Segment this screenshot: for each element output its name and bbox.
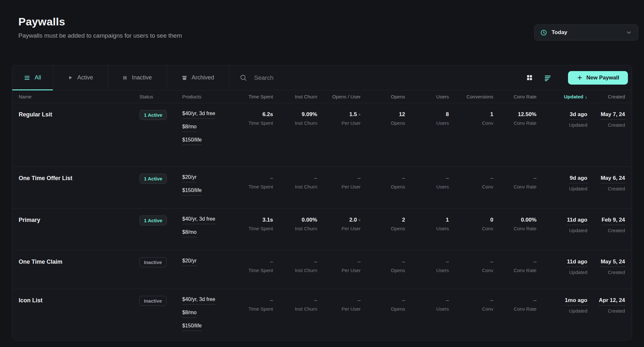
col-header-name[interactable]: Name bbox=[12, 94, 139, 99]
tab-active[interactable]: Active bbox=[53, 65, 108, 90]
col-header-products[interactable]: Products bbox=[182, 94, 240, 99]
col-header-users[interactable]: Users bbox=[405, 94, 449, 99]
col-header-updated[interactable]: Updated↓ bbox=[536, 94, 587, 99]
paywall-name[interactable]: One Time Claim bbox=[12, 259, 139, 284]
page-header: Paywalls Paywalls must be added to campa… bbox=[0, 0, 644, 65]
metric-users: –Users bbox=[405, 259, 449, 284]
col-header-opens[interactable]: Opens bbox=[361, 94, 405, 99]
status-badge: 1 Active bbox=[139, 215, 167, 225]
product-link[interactable]: $8/mo bbox=[182, 124, 196, 132]
created-value[interactable]: Apr 12, 24 bbox=[599, 297, 625, 306]
updated-value[interactable]: 1mo ago bbox=[565, 297, 587, 306]
tab-all[interactable]: All bbox=[12, 65, 53, 90]
list-lines-icon bbox=[24, 75, 30, 81]
products-cell: $40/yr, 3d free $8/mo bbox=[182, 216, 240, 245]
table-row[interactable]: One Time Offer List 1 Active $20/yr $150… bbox=[12, 167, 632, 209]
col-header-inst-churn[interactable]: Inst Churn bbox=[273, 94, 317, 99]
metric-time-spent: 3.1sTime Spent bbox=[240, 217, 273, 245]
tab-inactive[interactable]: Inactive bbox=[108, 65, 167, 90]
archive-icon bbox=[182, 75, 187, 81]
metric-per-user: 2.0×Per User bbox=[317, 217, 361, 245]
status-badge: Inactive bbox=[139, 257, 166, 267]
metric-inst-churn: 0.00%Inst Churn bbox=[273, 217, 317, 245]
table-row[interactable]: Primary 1 Active $40/yr, 3d free $8/mo 3… bbox=[12, 209, 632, 251]
paywall-name[interactable]: One Time Offer List bbox=[12, 175, 139, 203]
created-value[interactable]: May 7, 24 bbox=[601, 111, 625, 120]
paywall-name[interactable]: Icon List bbox=[12, 297, 139, 335]
sort-desc-arrow-icon: ↓ bbox=[585, 94, 588, 99]
updated-value[interactable]: 11d ago bbox=[567, 259, 587, 267]
product-link[interactable]: $20/yr bbox=[182, 174, 196, 182]
paywall-name[interactable]: Regular Lsit bbox=[12, 111, 139, 161]
metric-inst-churn: –Inst Churn bbox=[273, 259, 317, 284]
col-header-conv-rate[interactable]: Conv Rate bbox=[493, 94, 536, 99]
col-header-conversions[interactable]: Conversions bbox=[449, 94, 493, 99]
metric-users: 8Users bbox=[405, 111, 449, 161]
metric-opens: 2Opens bbox=[361, 217, 405, 245]
product-link[interactable]: $8/mo bbox=[182, 229, 196, 237]
product-link[interactable]: $40/yr, 3d free bbox=[182, 111, 215, 119]
created-value[interactable]: Feb 9, 24 bbox=[601, 217, 625, 225]
toolbar-right: New Paywall bbox=[524, 65, 632, 90]
metric-time-spent: –Time Spent bbox=[240, 297, 273, 335]
new-paywall-button[interactable]: New Paywall bbox=[568, 71, 628, 85]
search-box bbox=[229, 65, 524, 90]
grid-view-button[interactable] bbox=[524, 72, 535, 83]
updated-value[interactable]: 9d ago bbox=[570, 175, 587, 183]
created-value[interactable]: May 6, 24 bbox=[601, 175, 625, 183]
paywall-name[interactable]: Primary bbox=[12, 217, 139, 245]
status-cell: 1 Active bbox=[139, 111, 182, 161]
pause-icon bbox=[122, 75, 128, 80]
col-header-opens-per-user[interactable]: Opens / User bbox=[317, 94, 361, 99]
tab-bar: All Active Inactive Archived bbox=[12, 65, 632, 90]
product-link[interactable]: $150/life bbox=[182, 323, 202, 331]
metric-created: Feb 9, 24Created bbox=[587, 217, 632, 245]
product-link[interactable]: $150/life bbox=[182, 187, 202, 196]
metric-conv: 1Conv bbox=[449, 111, 493, 161]
col-header-status[interactable]: Status bbox=[139, 94, 182, 99]
col-header-updated-label: Updated bbox=[564, 94, 583, 99]
metric-created: May 7, 24Created bbox=[587, 111, 632, 161]
metric-updated: 11d agoUpdated bbox=[536, 217, 587, 245]
metric-users: –Users bbox=[405, 175, 449, 203]
metric-per-user: 1.5×Per User bbox=[317, 111, 361, 161]
metric-conv: –Conv bbox=[449, 175, 493, 203]
updated-value[interactable]: 11d ago bbox=[567, 217, 587, 225]
metric-created: Apr 12, 24Created bbox=[587, 297, 632, 335]
updated-value[interactable]: 3d ago bbox=[570, 111, 587, 120]
products-cell: $20/yr $150/life bbox=[182, 174, 240, 203]
page-subtitle: Paywalls must be added to campaigns for … bbox=[18, 32, 182, 39]
metric-conv-rate: –Conv Rate bbox=[493, 259, 536, 284]
metric-created: May 6, 24Created bbox=[587, 175, 632, 203]
table-row[interactable]: Icon List Inactive $40/yr, 3d free $8/mo… bbox=[12, 289, 632, 340]
table-row[interactable]: One Time Claim Inactive $20/yr –Time Spe… bbox=[12, 251, 632, 289]
tab-archived[interactable]: Archived bbox=[167, 65, 229, 90]
date-filter-dropdown[interactable]: Today bbox=[534, 24, 638, 41]
col-header-time-spent[interactable]: Time Spent bbox=[240, 94, 273, 99]
table-row[interactable]: Regular Lsit 1 Active $40/yr, 3d free $8… bbox=[12, 103, 632, 167]
metric-inst-churn: –Inst Churn bbox=[273, 297, 317, 335]
tab-all-label: All bbox=[34, 74, 41, 81]
metric-users: 1Users bbox=[405, 217, 449, 245]
metric-inst-churn: –Inst Churn bbox=[273, 175, 317, 203]
metric-updated: 1mo agoUpdated bbox=[536, 297, 587, 335]
chevron-down-icon bbox=[626, 29, 632, 36]
multiplier-suffix: × bbox=[358, 218, 361, 223]
product-link[interactable]: $150/life bbox=[182, 137, 202, 145]
metric-time-spent: –Time Spent bbox=[240, 175, 273, 203]
metric-conv-rate: 0.00%Conv Rate bbox=[493, 217, 536, 245]
list-view-button[interactable] bbox=[542, 72, 553, 83]
status-badge: 1 Active bbox=[139, 174, 167, 184]
col-header-created[interactable]: Created bbox=[587, 94, 632, 99]
search-input[interactable] bbox=[254, 74, 415, 81]
product-link[interactable]: $40/yr, 3d free bbox=[182, 297, 215, 305]
products-cell: $40/yr, 3d free $8/mo $150/life bbox=[182, 111, 240, 161]
status-cell: 1 Active bbox=[139, 217, 182, 245]
metric-time-spent: 6.2sTime Spent bbox=[240, 111, 273, 161]
product-link[interactable]: $8/mo bbox=[182, 310, 196, 318]
status-badge: 1 Active bbox=[139, 110, 167, 120]
products-cell: $40/yr, 3d free $8/mo $150/life bbox=[182, 297, 240, 335]
product-link[interactable]: $40/yr, 3d free bbox=[182, 216, 215, 224]
created-value[interactable]: May 5, 24 bbox=[601, 259, 625, 267]
product-link[interactable]: $20/yr bbox=[182, 258, 196, 266]
